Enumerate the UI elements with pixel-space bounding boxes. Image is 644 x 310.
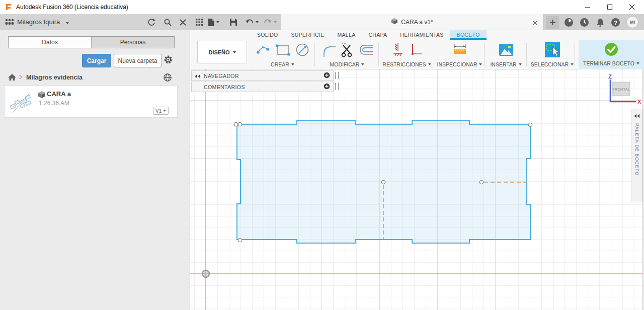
document-tab-close-icon[interactable] — [532, 19, 538, 28]
data-panel: Datos Personas Cargar Nueva carpeta Mila… — [0, 30, 190, 310]
ribbon-separator — [526, 43, 527, 66]
group-label-modificar[interactable]: MODIFICAR — [330, 61, 365, 68]
select-tool-icon[interactable] — [544, 42, 560, 60]
undo-caret-icon[interactable] — [256, 21, 259, 23]
user-project-selector[interactable]: Milagros Iquira — [17, 18, 69, 26]
job-status-icon[interactable] — [563, 17, 574, 28]
chevron-down-icon — [571, 63, 574, 65]
document-tab[interactable]: CARA a v1* — [281, 14, 543, 30]
redo-icon[interactable] — [263, 18, 273, 27]
ribbon-tab-herramientas[interactable]: HERRAMIENTAS — [393, 30, 450, 40]
ribbon-tab-malla[interactable]: MALLA — [331, 30, 362, 40]
group-label-insertar[interactable]: INSERTAR — [490, 61, 521, 68]
save-icon[interactable] — [228, 18, 238, 27]
navigator-drag-grip[interactable] — [335, 72, 339, 79]
design-item-card[interactable]: CARA a 1:26:36 AM V1 — [4, 86, 178, 118]
sketch-canvas[interactable]: NAVEGADOR COMENTARIOS Z FRONTAL X — [190, 69, 644, 310]
data-panel-tabs: Datos Personas — [8, 36, 175, 48]
new-folder-button[interactable]: Nueva carpeta — [114, 54, 162, 67]
group-label-seleccionar[interactable]: SELECCIONAR — [531, 61, 574, 68]
finish-sketch-button[interactable]: TERMINAR BOCETO — [579, 40, 644, 69]
comments-panel-header[interactable]: COMENTARIOS — [191, 82, 334, 92]
group-seleccionar: SELECCIONAR — [528, 41, 577, 68]
file-menu-caret-icon[interactable] — [216, 21, 219, 23]
user-project-label: Milagros Iquira — [17, 18, 60, 26]
chevron-down-icon — [519, 63, 522, 65]
add-circle-icon[interactable] — [324, 83, 330, 92]
svg-text:?: ? — [614, 19, 617, 25]
people-group-icon — [5, 18, 15, 28]
shared-globe-icon[interactable] — [163, 73, 172, 84]
navigator-panel-label: NAVEGADOR — [204, 73, 320, 79]
ribbon-toolbar: DISEÑO SOLIDO SUPERFICIE MALLA CHAPA HER… — [190, 30, 644, 69]
group-label-inspeccionar[interactable]: INSPECCIONAR — [437, 61, 482, 68]
collapse-double-arrow-icon — [634, 111, 640, 120]
viewcube-x-label: X — [637, 99, 641, 105]
trim-scissors-tool-icon[interactable] — [340, 42, 354, 59]
new-document-tab-button[interactable] — [546, 16, 559, 29]
offset-tool-icon[interactable] — [358, 43, 373, 58]
cube-icon — [38, 91, 46, 101]
chevron-down-icon — [66, 22, 69, 24]
view-cube[interactable]: Z FRONTAL X — [607, 72, 644, 107]
redo-caret-icon[interactable] — [274, 21, 277, 23]
sketch-drawing — [190, 69, 644, 310]
refresh-icon[interactable] — [147, 18, 155, 29]
close-button[interactable] — [621, 0, 643, 14]
measure-tool-icon[interactable] — [452, 43, 467, 58]
settings-gear-icon[interactable] — [164, 55, 173, 66]
rectangle-tool-icon[interactable] — [275, 43, 291, 59]
undo-icon[interactable] — [245, 18, 255, 27]
viewcube-face-label: FRONTAL — [612, 87, 629, 92]
vertical-horizontal-constraint-icon[interactable] — [409, 42, 423, 59]
ribbon-separator — [314, 43, 315, 66]
collapse-double-arrow-icon[interactable] — [195, 71, 201, 81]
help-icon[interactable]: ? — [610, 17, 621, 28]
sketch-origin-point[interactable] — [202, 270, 209, 277]
ribbon-tab-solido[interactable]: SOLIDO — [251, 30, 284, 40]
line-arc-tool-icon[interactable] — [256, 43, 271, 59]
circle-tool-icon[interactable] — [295, 42, 310, 59]
comments-panel-label: COMENTARIOS — [204, 84, 320, 90]
tab-datos[interactable]: Datos — [9, 37, 91, 48]
fixed-constraint-icon[interactable] — [391, 42, 405, 59]
group-label-restricciones[interactable]: RESTRICCIONES — [382, 61, 431, 68]
design-name: CARA a — [47, 90, 71, 98]
user-avatar[interactable]: MI — [626, 16, 638, 28]
version-dropdown[interactable]: V1 — [153, 107, 169, 115]
fillet-tool-icon[interactable] — [321, 43, 336, 59]
ribbon-separator — [434, 43, 434, 66]
comments-drag-grip[interactable] — [335, 83, 339, 90]
close-panel-icon[interactable] — [179, 19, 187, 28]
workspace-selector-button[interactable]: DISEÑO — [197, 41, 247, 63]
group-label-crear[interactable]: CREAR — [271, 61, 294, 68]
finish-check-icon — [604, 42, 619, 59]
group-restricciones: RESTRICCIONES — [380, 41, 434, 68]
sketch-palette-tab[interactable]: PALETA DE BOCETO — [631, 109, 642, 202]
ribbon-tab-boceto[interactable]: BOCETO — [450, 30, 487, 40]
minimize-button[interactable] — [577, 0, 599, 14]
group-inspeccionar: INSPECCIONAR — [435, 41, 484, 68]
upload-button[interactable]: Cargar — [82, 54, 111, 67]
tab-personas[interactable]: Personas — [91, 37, 174, 48]
ribbon-tab-chapa[interactable]: CHAPA — [362, 30, 393, 40]
ribbon-tab-superficie[interactable]: SUPERFICIE — [284, 30, 331, 40]
breadcrumb-folder[interactable]: Milagros evidencia — [26, 74, 83, 81]
document-tab-label: CARA a v1* — [401, 19, 433, 26]
history-clock-icon[interactable] — [579, 17, 590, 28]
app-grid-icon[interactable] — [194, 18, 204, 27]
design-thumbnail — [6, 87, 38, 116]
navigator-panel-header[interactable]: NAVEGADOR — [191, 70, 334, 81]
avatar-initials: MI — [630, 20, 635, 25]
notifications-bell-icon[interactable] — [595, 17, 606, 28]
file-menu-icon[interactable] — [206, 18, 216, 27]
search-icon[interactable] — [164, 18, 172, 29]
insert-image-icon[interactable] — [498, 43, 514, 59]
cube-icon — [391, 18, 398, 27]
add-circle-icon[interactable] — [324, 71, 330, 81]
chevron-down-icon — [361, 63, 364, 65]
home-icon[interactable] — [8, 74, 16, 83]
group-insertar: INSERTAR — [486, 41, 526, 68]
sketch-palette-label: PALETA DE BOCETO — [634, 123, 639, 176]
maximize-button[interactable] — [599, 0, 621, 14]
